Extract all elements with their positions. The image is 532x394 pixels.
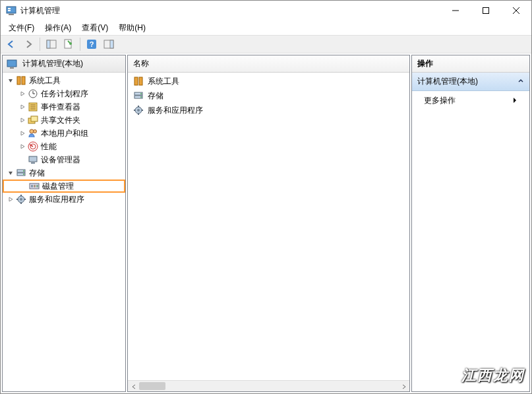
minimize-button[interactable] xyxy=(440,1,471,20)
tree-node-label: 性能 xyxy=(41,141,57,152)
window-controls xyxy=(440,1,531,20)
tree-node[interactable]: 服务和应用程序 xyxy=(3,193,125,206)
list-item-label: 系统工具 xyxy=(148,76,179,87)
tools-icon xyxy=(16,75,26,86)
svg-point-39 xyxy=(23,174,24,175)
services-icon xyxy=(16,194,26,205)
scroll-left-arrow[interactable] xyxy=(128,381,139,392)
menubar: 文件(F) 操作(A) 查看(V) 帮助(H) xyxy=(1,20,531,35)
tree-node[interactable]: 性能 xyxy=(3,140,125,153)
action-header: 操作 xyxy=(412,55,529,73)
tree-node[interactable]: 共享文件夹 xyxy=(3,114,125,127)
svg-rect-34 xyxy=(29,156,37,162)
tree-node[interactable]: 设备管理器 xyxy=(3,153,125,166)
action-section-title[interactable]: 计算机管理(本地) xyxy=(412,73,529,91)
clock-icon xyxy=(28,88,38,99)
tree-node-label: 本地用户和组 xyxy=(41,128,88,139)
show-hide-action-button[interactable] xyxy=(101,36,117,52)
list-column-header[interactable]: 名称 xyxy=(128,55,409,73)
tools-icon xyxy=(133,76,144,86)
menu-help[interactable]: 帮助(H) xyxy=(113,21,151,35)
svg-point-38 xyxy=(23,170,24,172)
show-hide-tree-button[interactable] xyxy=(44,36,59,52)
list-item[interactable]: 服务和应用程序 xyxy=(128,103,409,117)
list-item-label: 服务和应用程序 xyxy=(148,105,203,116)
scroll-right-arrow[interactable] xyxy=(398,381,409,392)
app-icon xyxy=(6,5,16,16)
action-item-label: 更多操作 xyxy=(424,95,456,106)
list-item[interactable]: 系统工具 xyxy=(128,74,409,88)
svg-rect-35 xyxy=(31,162,35,164)
menu-view[interactable]: 查看(V) xyxy=(76,21,113,35)
computer-icon xyxy=(7,59,17,69)
svg-rect-17 xyxy=(10,67,14,69)
svg-point-53 xyxy=(137,109,140,112)
list-panel: 名称 系统工具存储服务和应用程序 xyxy=(127,55,410,392)
collapse-arrow-icon xyxy=(517,77,524,86)
perf-icon xyxy=(28,141,38,152)
tree-node-label: 系统工具 xyxy=(29,75,61,86)
expand-icon[interactable] xyxy=(18,129,26,137)
device-icon xyxy=(28,154,38,165)
svg-rect-28 xyxy=(31,116,38,121)
tree-node-label: 共享文件夹 xyxy=(41,115,80,126)
tree-node-label: 服务和应用程序 xyxy=(29,194,84,205)
scroll-thumb[interactable] xyxy=(139,382,165,390)
menu-action[interactable]: 操作(A) xyxy=(40,21,76,35)
collapse-icon[interactable] xyxy=(7,169,15,177)
svg-point-30 xyxy=(34,130,37,133)
tree-root-label: 计算机管理(本地) xyxy=(22,58,83,69)
tree-panel: 计算机管理(本地) 系统工具任务计划程序事件查看器共享文件夹本地用户和组性能设备… xyxy=(2,55,126,392)
expand-icon[interactable] xyxy=(18,116,26,124)
svg-rect-16 xyxy=(7,60,16,67)
svg-rect-42 xyxy=(34,185,36,187)
expand-icon[interactable] xyxy=(7,195,15,203)
tree-node-label: 任务计划程序 xyxy=(41,88,88,100)
svg-rect-46 xyxy=(134,77,138,85)
storage-icon xyxy=(133,90,144,101)
action-section-label: 计算机管理(本地) xyxy=(417,76,478,87)
svg-point-51 xyxy=(140,96,142,98)
toolbar: ? xyxy=(1,35,531,53)
users-icon xyxy=(28,128,38,139)
tree-node[interactable]: 磁盘管理 xyxy=(3,180,125,193)
back-button[interactable] xyxy=(3,36,19,52)
toggle-spacer xyxy=(18,156,26,164)
expand-icon[interactable] xyxy=(18,90,26,98)
tree-root[interactable]: 计算机管理(本地) xyxy=(3,55,125,73)
properties-button[interactable] xyxy=(61,36,76,52)
svg-rect-15 xyxy=(110,40,113,48)
expand-icon[interactable] xyxy=(18,143,26,150)
help-button[interactable]: ? xyxy=(84,36,100,52)
tree-node[interactable]: 事件查看器 xyxy=(3,100,125,114)
main-area: 计算机管理(本地) 系统工具任务计划程序事件查看器共享文件夹本地用户和组性能设备… xyxy=(1,53,531,393)
svg-point-50 xyxy=(140,93,142,94)
forward-button[interactable] xyxy=(20,36,36,52)
tree-node-label: 磁盘管理 xyxy=(42,181,74,192)
menu-file[interactable]: 文件(F) xyxy=(3,21,40,35)
list-item[interactable]: 存储 xyxy=(128,88,409,103)
svg-point-11 xyxy=(69,42,72,45)
horizontal-scrollbar[interactable] xyxy=(128,380,409,391)
list-item-label: 存储 xyxy=(148,90,163,102)
window-title: 计算机管理 xyxy=(20,5,440,16)
tree-node[interactable]: 存储 xyxy=(3,166,125,180)
toggle-spacer xyxy=(20,182,28,190)
svg-point-45 xyxy=(20,198,22,201)
event-icon xyxy=(28,102,38,112)
close-button[interactable] xyxy=(501,1,531,20)
svg-rect-2 xyxy=(8,8,11,9)
svg-rect-18 xyxy=(17,77,20,84)
tree-node-label: 事件查看器 xyxy=(41,102,80,113)
svg-rect-41 xyxy=(31,185,33,187)
expand-icon[interactable] xyxy=(18,103,26,111)
tree-node[interactable]: 任务计划程序 xyxy=(3,87,125,100)
tree-node-label: 存储 xyxy=(29,168,45,179)
svg-rect-43 xyxy=(36,185,38,187)
action-more[interactable]: 更多操作 xyxy=(412,91,529,110)
tree-node[interactable]: 系统工具 xyxy=(3,74,125,87)
svg-rect-19 xyxy=(22,77,25,84)
collapse-icon[interactable] xyxy=(7,77,15,84)
maximize-button[interactable] xyxy=(471,1,501,20)
tree-node[interactable]: 本地用户和组 xyxy=(3,127,125,140)
